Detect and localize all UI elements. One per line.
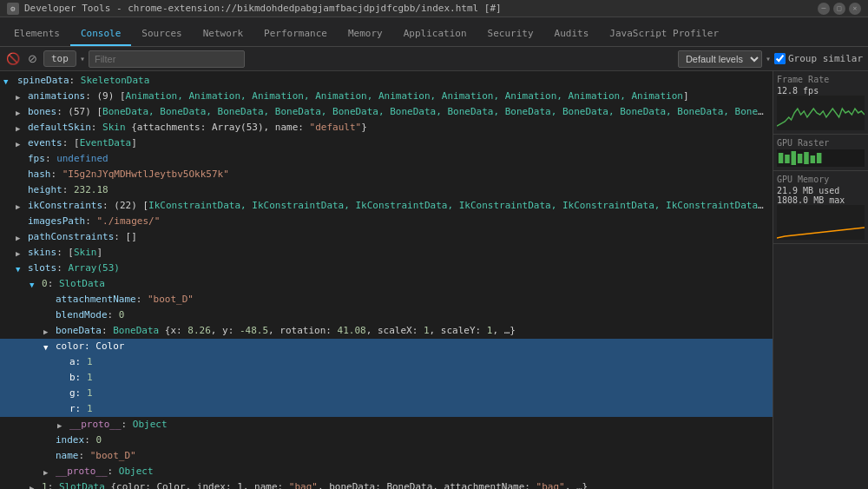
frame-rate-section: Frame Rate 12.8 fps xyxy=(773,71,868,135)
title-bar: ⚙ Developer Tools - chrome-extension://b… xyxy=(0,0,868,17)
log-line-blendmode[interactable]: blendMode: 0 xyxy=(0,307,773,323)
svg-rect-1 xyxy=(779,153,784,163)
devtools-icon: ⚙ xyxy=(7,3,19,15)
tab-security[interactable]: Security xyxy=(477,23,544,46)
log-line-pathconstraints[interactable]: ▶ pathConstraints: [] xyxy=(0,229,773,245)
log-line-spindata[interactable]: ▼ spineData: SkeletonData xyxy=(0,73,773,89)
log-line-defaultskin[interactable]: ▶ defaultSkin: Skin {attachments: Array(… xyxy=(0,120,773,135)
log-line-proto2[interactable]: ▶ __proto__: Object xyxy=(0,464,773,479)
log-line-height[interactable]: height: 232.18 xyxy=(0,182,773,198)
context-selector[interactable]: top xyxy=(43,50,76,67)
log-line-ikconstraints[interactable]: ▶ ikConstraints: (22) [IkConstraintData,… xyxy=(0,198,773,214)
tab-memory[interactable]: Memory xyxy=(338,23,393,46)
expand-triangle-11[interactable]: ▶ xyxy=(16,231,20,245)
log-line-fps[interactable]: fps: undefined xyxy=(0,151,773,167)
expand-triangle-18[interactable]: ▼ xyxy=(43,340,48,354)
gpu-raster-section: GPU Raster xyxy=(773,135,868,171)
gpu-raster-title: GPU Raster xyxy=(777,138,865,148)
gpu-memory-value: 21.9 MB used xyxy=(777,186,865,195)
minimize-button[interactable]: ─ xyxy=(818,3,830,15)
expand-triangle-23[interactable]: ▶ xyxy=(57,419,62,433)
log-line-hash[interactable]: hash: "I5g2nJYqMDHwtlJeytbv5Okk57k" xyxy=(0,167,773,182)
tab-elements[interactable]: Elements xyxy=(3,23,70,46)
gpu-memory-section: GPU Memory 21.9 MB used 1808.0 MB max xyxy=(773,171,868,244)
log-line-imagespath[interactable]: imagesPath: "./images/" xyxy=(0,214,773,229)
log-line-events[interactable]: ▶ events: [EventData] xyxy=(0,135,773,151)
levels-select[interactable]: Default levels xyxy=(678,50,762,68)
tab-audits[interactable]: Audits xyxy=(544,23,600,46)
log-line-color-r[interactable]: r: 1 xyxy=(0,401,773,417)
gpu-memory-title: GPU Memory xyxy=(777,175,865,184)
expand-triangle-1[interactable]: ▼ xyxy=(3,75,8,89)
expand-triangle-9[interactable]: ▶ xyxy=(16,200,20,214)
svg-rect-4 xyxy=(798,154,803,163)
filter-input[interactable] xyxy=(89,50,245,68)
frame-rate-title: Frame Rate xyxy=(777,75,865,84)
expand-triangle-12[interactable]: ▶ xyxy=(16,247,20,261)
svg-rect-7 xyxy=(817,153,822,163)
svg-rect-6 xyxy=(811,155,816,163)
log-line-proto1[interactable]: ▶ __proto__: Object xyxy=(0,417,773,433)
log-line-slot0[interactable]: ▼ 0: SlotData xyxy=(0,276,773,292)
tab-network[interactable]: Network xyxy=(193,23,253,46)
log-line-bonedata[interactable]: ▶ boneData: BoneData {x: 8.26, y: -48.5,… xyxy=(0,323,773,339)
expand-triangle-5[interactable]: ▶ xyxy=(16,137,20,151)
svg-rect-3 xyxy=(792,151,797,165)
frame-rate-chart xyxy=(777,96,865,130)
log-line-slots[interactable]: ▼ slots: Array(53) xyxy=(0,261,773,276)
tabs-bar: Elements Console Sources Network Perform… xyxy=(0,17,868,47)
expand-triangle-14[interactable]: ▼ xyxy=(30,278,34,292)
expand-triangle-17[interactable]: ▶ xyxy=(43,325,48,339)
console-toolbar: 🚫 ⊘ top ▾ Default levels ▾ Group similar xyxy=(0,47,868,71)
gpu-memory-chart xyxy=(777,205,865,240)
expand-triangle-2[interactable]: ▶ xyxy=(16,90,20,104)
expand-triangle-4[interactable]: ▶ xyxy=(16,122,20,135)
tab-sources[interactable]: Sources xyxy=(131,23,192,46)
tab-application[interactable]: Application xyxy=(393,23,477,46)
clear-button[interactable]: 🚫 xyxy=(5,51,21,67)
tab-performance[interactable]: Performance xyxy=(253,23,338,46)
expand-triangle-26[interactable]: ▶ xyxy=(43,466,48,479)
log-line-color-b[interactable]: b: 1 xyxy=(0,370,773,386)
gpu-memory-max: 1808.0 MB max xyxy=(777,195,865,205)
log-line-attachmentname[interactable]: attachmentName: "boot_D" xyxy=(0,292,773,307)
expand-triangle-3[interactable]: ▶ xyxy=(16,106,20,120)
log-line-name-boot[interactable]: name: "boot_D" xyxy=(0,448,773,464)
right-panel: Frame Rate 12.8 fps GPU Raster xyxy=(773,71,868,489)
expand-triangle-13[interactable]: ▼ xyxy=(16,262,20,276)
tab-js-profiler[interactable]: JavaScript Profiler xyxy=(599,23,729,46)
tab-console[interactable]: Console xyxy=(70,23,131,46)
log-line-color-g[interactable]: g: 1 xyxy=(0,386,773,401)
console-output[interactable]: ▼ spineData: SkeletonData ▶ animations: … xyxy=(0,71,773,489)
title-bar-controls: ─ □ ✕ xyxy=(818,3,861,15)
devtools-window: ⚙ Developer Tools - chrome-extension://b… xyxy=(0,0,868,489)
frame-rate-value: 12.8 fps xyxy=(777,86,865,96)
log-line-index[interactable]: index: 0 xyxy=(0,433,773,448)
svg-rect-2 xyxy=(785,155,790,163)
log-line-bones[interactable]: ▶ bones: (57) [BoneData, BoneData, BoneD… xyxy=(0,104,773,120)
filter-toggle-button[interactable]: ⊘ xyxy=(24,51,40,67)
maximize-button[interactable]: □ xyxy=(833,3,845,15)
expand-triangle-slot1[interactable]: ▶ xyxy=(30,481,34,489)
group-similar-label: Group similar xyxy=(788,53,863,64)
group-similar-toggle[interactable]: Group similar xyxy=(774,53,863,64)
title-bar-text: Developer Tools - chrome-extension://bik… xyxy=(24,3,818,14)
group-similar-checkbox[interactable] xyxy=(774,53,786,64)
svg-rect-5 xyxy=(804,152,809,164)
log-line-color[interactable]: ▼ color: Color xyxy=(0,339,773,354)
log-line-color-a[interactable]: a: 1 xyxy=(0,354,773,370)
gpu-raster-chart xyxy=(777,149,865,167)
log-line-animations[interactable]: ▶ animations: (9) [Animation, Animation,… xyxy=(0,89,773,104)
log-line-slot1[interactable]: ▶ 1: SlotData {color: Color, index: 1, n… xyxy=(0,479,773,489)
log-line-skins[interactable]: ▶ skins: [Skin] xyxy=(0,245,773,261)
close-button[interactable]: ✕ xyxy=(849,3,861,15)
main-area: ▼ spineData: SkeletonData ▶ animations: … xyxy=(0,71,868,489)
